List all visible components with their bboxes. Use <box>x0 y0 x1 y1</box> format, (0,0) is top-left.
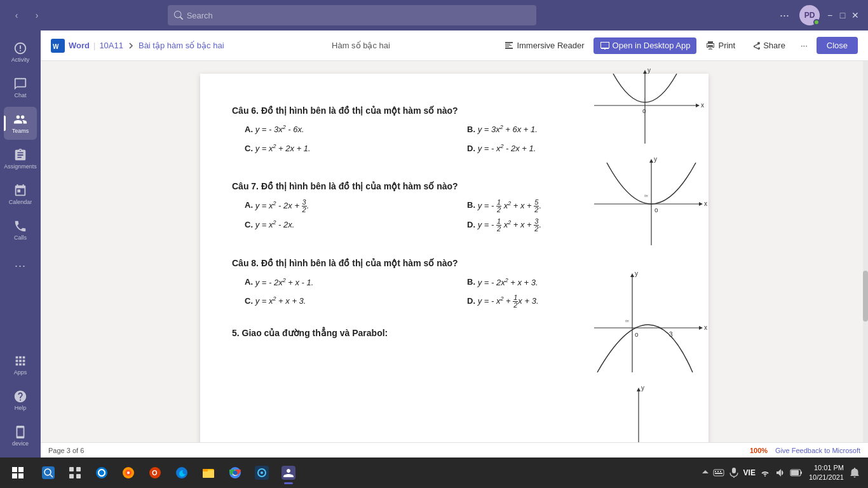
chrome-icon <box>228 466 242 480</box>
svg-text:y: y <box>654 156 657 163</box>
more-actions-button[interactable]: ··· <box>794 37 814 53</box>
sidebar-item-activity[interactable]: Activity <box>4 36 37 69</box>
share-icon <box>750 41 761 51</box>
breadcrumb-link-class[interactable]: 10A11 <box>99 41 123 50</box>
taskbar-edge[interactable] <box>89 460 114 485</box>
window-close-button[interactable]: ✕ <box>850 10 860 20</box>
snagit-icon <box>255 466 269 480</box>
maximize-button[interactable]: □ <box>837 10 848 20</box>
svg-text:x: x <box>701 102 704 109</box>
title-bar: ‹ › ··· PD − □ ✕ <box>0 0 868 30</box>
q6-option-c: C. y = x2 + 2x + 1. <box>245 141 454 156</box>
doc-container[interactable]: x y o · Câu 6. Đồ thị hình bên là đồ thị… <box>41 61 868 442</box>
immersive-reader-button[interactable]: Immersive Reader <box>498 37 590 54</box>
taskbar-explorer[interactable] <box>196 460 221 485</box>
share-button[interactable]: Share <box>744 37 792 54</box>
svg-rect-65 <box>717 471 719 472</box>
word-icon: W <box>51 39 65 53</box>
close-button[interactable]: Close <box>817 37 858 54</box>
doc-page: x y o · Câu 6. Đồ thị hình bên là đồ thị… <box>200 74 709 442</box>
sidebar-item-device[interactable]: device <box>4 419 37 452</box>
sidebar-item-apps[interactable]: Apps <box>4 348 37 381</box>
graph-q6-top: x y o · <box>581 67 709 150</box>
taskbar-taskview[interactable] <box>62 460 88 485</box>
office-icon: O <box>148 466 162 480</box>
q8-option-a: A. y = - 2x2 + x - 1. <box>245 274 454 290</box>
q7-option-c: C. y = x2 - 2x. <box>245 217 454 233</box>
edge-icon <box>95 466 109 480</box>
status-bar: Page 3 of 6 100% Give Feedback to Micros… <box>41 442 868 458</box>
print-button[interactable]: Print <box>699 37 742 54</box>
taskbar-edge2[interactable] <box>169 460 194 485</box>
sidebar-item-calendar[interactable]: Calendar <box>4 178 37 211</box>
search-input[interactable] <box>187 11 530 20</box>
sidebar-item-help[interactable]: Help <box>4 384 37 417</box>
sidebar-item-more[interactable]: ··· <box>4 249 37 282</box>
svg-rect-67 <box>715 473 722 474</box>
help-icon <box>13 390 27 403</box>
svg-point-46 <box>96 467 107 478</box>
scrollbar-thumb[interactable] <box>863 271 868 322</box>
taskbar-firefox[interactable] <box>116 460 141 485</box>
feedback-link[interactable]: Give Feedback to Microsoft <box>775 447 860 454</box>
svg-rect-37 <box>12 473 17 478</box>
immersive-reader-icon <box>504 41 514 51</box>
svg-marker-21 <box>630 273 634 277</box>
calls-icon <box>13 219 27 233</box>
open-desktop-button[interactable]: Open in Desktop App <box>593 37 697 54</box>
svg-text:o: o <box>654 207 658 214</box>
system-tray: VIE <box>702 467 804 478</box>
sidebar-item-calls[interactable]: Calls <box>4 214 37 247</box>
sidebar-item-teams[interactable]: Teams <box>4 107 37 140</box>
sidebar-item-chat[interactable]: Chat <box>4 71 37 104</box>
device-icon <box>13 425 27 439</box>
svg-marker-12 <box>699 202 703 206</box>
svg-point-49 <box>127 471 130 474</box>
start-button[interactable] <box>5 460 31 485</box>
minimize-button[interactable]: − <box>825 10 835 20</box>
svg-rect-36 <box>18 467 24 472</box>
sidebar: Activity Chat Teams Assignments Calen <box>0 30 41 458</box>
q7-option-a: A. y = x2 - 2x + 32. <box>245 198 454 213</box>
explorer-icon <box>201 466 215 480</box>
online-badge <box>813 19 820 25</box>
svg-text:≃: ≃ <box>644 193 649 199</box>
svg-marker-13 <box>649 159 653 163</box>
taskbar-chrome[interactable] <box>222 460 248 485</box>
q8-option-c: C. y = x2 + x + 3. <box>245 294 454 309</box>
taskbar: O <box>0 458 868 488</box>
svg-marker-4 <box>696 104 700 107</box>
avatar[interactable]: PD <box>799 5 820 25</box>
svg-text:y: y <box>648 67 651 74</box>
forward-button[interactable]: › <box>28 6 46 24</box>
svg-rect-42 <box>69 467 74 471</box>
search-bar[interactable] <box>168 5 536 25</box>
notification-icon[interactable] <box>849 467 860 478</box>
more-options-button[interactable]: ··· <box>775 6 794 25</box>
battery-icon <box>790 467 804 478</box>
svg-rect-68 <box>732 468 736 473</box>
title-bar-right: ··· PD − □ ✕ <box>775 5 860 25</box>
taskbar-search[interactable] <box>36 460 61 485</box>
clock[interactable]: 10:01 PM 10/21/2021 <box>809 463 844 483</box>
graph-q6-second: x y o ≃ <box>581 156 709 252</box>
svg-rect-72 <box>791 470 799 475</box>
taskbar-snagit[interactable] <box>249 460 275 485</box>
language-button[interactable]: VIE <box>743 468 756 477</box>
taskbar-office[interactable]: O <box>142 460 168 485</box>
breadcrumb-link-folder[interactable]: Bài tập hàm số bậc hai <box>139 41 224 50</box>
firefox-icon <box>121 466 135 480</box>
taskbar-teams[interactable] <box>276 460 301 485</box>
sidebar-item-assignments[interactable]: Assignments <box>4 142 37 175</box>
scrollbar-track[interactable] <box>863 61 868 442</box>
taskview-icon <box>69 466 81 479</box>
svg-rect-71 <box>801 471 802 474</box>
content-area: W Word | 10A11 Bài tập hàm số bậc hai Hà… <box>41 30 868 458</box>
tray-arrow-icon[interactable] <box>702 469 709 477</box>
q6-option-a: A. y = - 3x2 - 6x. <box>245 122 454 137</box>
svg-point-61 <box>261 471 263 474</box>
svg-text:o: o <box>642 107 646 114</box>
back-button[interactable]: ‹ <box>8 6 25 24</box>
svg-rect-45 <box>76 474 81 478</box>
desktop-icon <box>600 41 610 51</box>
